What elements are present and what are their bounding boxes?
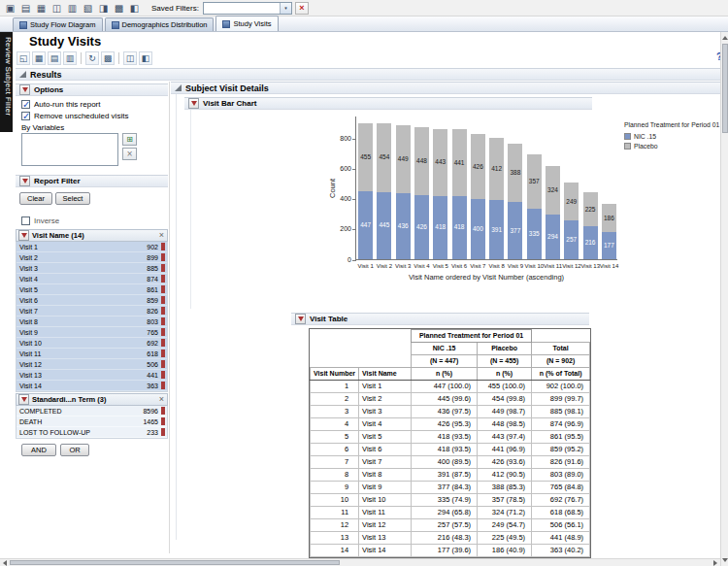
filter-row-marker-icon xyxy=(161,417,165,425)
horizontal-scrollbar[interactable] xyxy=(0,558,720,566)
visit-number-header: Visit Number xyxy=(311,368,359,381)
placebo-cell: 249 (54.7) xyxy=(478,519,532,532)
report-icon[interactable]: ▥ xyxy=(65,1,80,16)
visit-bar-chart-title: Visit Bar Chart xyxy=(203,99,256,108)
filter-row-label: Visit 4 xyxy=(19,276,38,283)
red-triangle-menu-icon[interactable] xyxy=(18,230,29,241)
checkbox-checked-icon[interactable] xyxy=(21,100,30,109)
report-icon[interactable]: ▥ xyxy=(63,51,77,65)
total-cell: 859 (95.2) xyxy=(532,444,590,456)
filter-row-marker-icon xyxy=(161,243,165,250)
inverse-checkbox-row[interactable]: Inverse xyxy=(21,216,59,226)
filter-row[interactable]: Visit 7826 xyxy=(17,306,167,316)
open-icon[interactable]: ▤ xyxy=(18,1,33,16)
checkbox-unchecked-icon[interactable] xyxy=(21,216,30,225)
journal-icon[interactable]: ◫ xyxy=(50,1,64,16)
table-column-header-row: Visit Number Visit Name n (%) n (%) n (%… xyxy=(311,368,590,381)
filter-row-label: Visit 3 xyxy=(19,265,38,272)
filter-row[interactable]: Visit 13441 xyxy=(17,370,167,381)
filter-row[interactable]: LOST TO FOLLOW-UP233 xyxy=(17,427,167,438)
tab-demographics-distribution[interactable]: Demographics Distribution xyxy=(105,17,215,31)
scroll-right-icon[interactable] xyxy=(713,560,717,566)
clear-saved-filter-button[interactable]: × xyxy=(295,2,309,15)
tab-study-flow-diagram[interactable]: Study Flow Diagram xyxy=(13,17,103,31)
legend-item[interactable]: Placebo xyxy=(624,141,725,150)
disclosure-triangle-icon[interactable] xyxy=(175,84,182,91)
filter-row[interactable]: Visit 14363 xyxy=(17,381,167,391)
notes-icon[interactable]: ◫ xyxy=(123,51,137,65)
filter-row[interactable]: COMPLETED8596 xyxy=(17,406,167,416)
filter-row[interactable]: Visit 10692 xyxy=(17,338,167,349)
excel-export-icon[interactable]: ▤ xyxy=(48,51,61,65)
placebo-header: Placebo xyxy=(478,343,532,355)
placebo-cell: 448 (98.5) xyxy=(478,418,532,431)
filter-row[interactable]: Visit 5861 xyxy=(17,284,167,295)
refresh-icon[interactable]: ↻ xyxy=(85,51,99,65)
scroll-left-icon[interactable] xyxy=(3,560,7,566)
x-tick-label: Visit 1 xyxy=(356,263,375,269)
scrollbar-thumb[interactable] xyxy=(722,44,728,133)
filter-row[interactable]: Visit 6859 xyxy=(17,295,167,306)
filter-row[interactable]: DEATH1465 xyxy=(17,416,167,427)
chart-plot-area[interactable]: 0200400600800447455Visit 1445454Visit 24… xyxy=(355,117,617,260)
legend-item[interactable]: NIC .15 xyxy=(624,131,725,141)
filter-row[interactable]: Visit 2899 xyxy=(17,252,167,263)
saved-filters-dropdown[interactable]: ▾ xyxy=(203,2,292,15)
close-icon[interactable]: × xyxy=(159,231,165,240)
grid-icon[interactable]: ▩ xyxy=(112,1,126,16)
layout-icon[interactable]: ▩ xyxy=(101,51,115,65)
x-tick-label: Visit 7 xyxy=(469,263,487,269)
script-icon[interactable]: ▧ xyxy=(81,1,95,16)
data-table-icon[interactable]: ▦ xyxy=(34,1,49,16)
total-cell: 618 (68.5) xyxy=(532,507,590,519)
filter-row[interactable]: Visit 9765 xyxy=(17,327,167,338)
review-subject-filter-strip[interactable]: Review Subject Filter xyxy=(0,32,13,132)
red-triangle-menu-icon[interactable] xyxy=(188,98,199,109)
filter-row[interactable]: Visit 3885 xyxy=(17,263,167,274)
table-group-header-row: Planned Treatment for Period 01 xyxy=(311,330,590,343)
close-icon[interactable]: × xyxy=(159,395,165,404)
or-button[interactable]: OR xyxy=(60,444,89,456)
vertical-scrollbar[interactable] xyxy=(720,32,728,566)
clear-button[interactable]: Clear xyxy=(19,192,52,205)
filter-row[interactable]: Visit 1902 xyxy=(17,242,167,252)
filter-row-count: 618 xyxy=(147,350,158,357)
red-triangle-menu-icon[interactable] xyxy=(19,176,30,186)
filter-row[interactable]: Visit 11618 xyxy=(17,349,167,359)
total-cell: 861 (95.5) xyxy=(532,431,590,444)
by-variables-listbox[interactable] xyxy=(21,133,118,166)
visit-number-cell: 7 xyxy=(311,456,359,469)
filter-row-label: Visit 14 xyxy=(19,383,42,389)
scrollbar-thumb[interactable] xyxy=(10,560,340,565)
add-column-icon[interactable]: ⊞ xyxy=(122,133,137,146)
nic-cell: 445 (99.6) xyxy=(412,393,478,406)
split-view-icon[interactable]: ◧ xyxy=(127,1,142,16)
red-triangle-menu-icon[interactable] xyxy=(18,394,29,405)
back-icon[interactable]: ◱ xyxy=(17,51,30,65)
by-variables-label: By Variables xyxy=(21,123,64,132)
auto-run-checkbox-row[interactable]: Auto-run this report xyxy=(21,99,100,110)
tab-study-visits[interactable]: Study Visits xyxy=(215,16,278,31)
filter-row[interactable]: Visit 4874 xyxy=(17,274,167,284)
filter-row[interactable]: Visit 12506 xyxy=(17,359,167,370)
chevron-down-icon[interactable]: ▾ xyxy=(280,3,291,14)
filter-row[interactable]: Visit 8803 xyxy=(17,316,167,327)
remove-column-icon[interactable]: × xyxy=(122,148,137,160)
red-triangle-menu-icon[interactable] xyxy=(19,84,30,95)
and-button[interactable]: AND xyxy=(21,444,56,456)
settings-icon[interactable]: ◧ xyxy=(139,51,152,65)
scroll-down-icon[interactable] xyxy=(722,558,728,562)
disclosure-triangle-icon[interactable] xyxy=(19,71,26,78)
table-row: 13Visit 13216 (48.3)225 (49.5)441 (48.9) xyxy=(311,532,590,545)
select-button[interactable]: Select xyxy=(55,192,90,205)
data-table-icon[interactable]: ▦ xyxy=(32,51,46,65)
new-window-icon[interactable]: ▣ xyxy=(3,1,17,16)
report-filter-outline: Report Filter xyxy=(16,175,168,187)
layout-icon[interactable]: ◨ xyxy=(96,1,111,16)
scroll-up-icon[interactable] xyxy=(722,36,728,40)
checkbox-checked-icon[interactable] xyxy=(21,112,30,120)
main-toolbar: ◱▦▤▥↻▩◫◧ xyxy=(17,50,152,66)
placebo-cell: 449 (98.7) xyxy=(478,406,532,418)
red-triangle-menu-icon[interactable] xyxy=(295,314,306,324)
remove-unscheduled-checkbox-row[interactable]: Remove unscheduled visits xyxy=(21,111,128,121)
